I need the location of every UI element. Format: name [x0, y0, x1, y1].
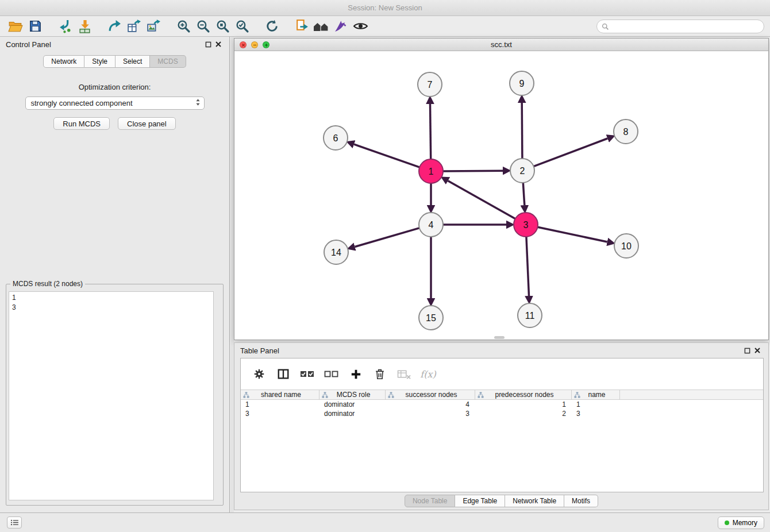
first-neighbors-button[interactable] [311, 18, 331, 35]
close-icon [754, 348, 760, 353]
graph-edge-1-6[interactable] [354, 144, 419, 167]
mcds-result-text[interactable]: 1 3 [9, 291, 214, 500]
zoom-out-button[interactable] [193, 18, 213, 35]
share-document-icon [295, 19, 309, 33]
window-minimize-button[interactable] [251, 41, 258, 48]
window-close-button[interactable] [240, 41, 247, 48]
memory-button[interactable]: Memory [718, 516, 764, 529]
export-network-button[interactable] [105, 18, 124, 35]
tab-motifs[interactable]: Motifs [564, 495, 598, 507]
table-settings-button[interactable] [250, 365, 268, 383]
import-network-icon [58, 19, 72, 33]
attribute-icon [388, 392, 394, 398]
criterion-selected-value: strongly connected component [31, 99, 133, 107]
float-panel-button[interactable] [203, 39, 213, 49]
tab-node-table[interactable]: Node Table [405, 495, 456, 507]
graph-node-label: 11 [525, 311, 535, 321]
horizontal-scrollbar-thumb[interactable] [494, 336, 505, 339]
float-table-panel-button[interactable] [742, 345, 752, 356]
search-input[interactable] [596, 20, 764, 33]
trash-icon [374, 368, 386, 380]
show-hide-button[interactable] [351, 18, 370, 35]
tab-style[interactable]: Style [84, 55, 116, 68]
graph-edge-2-8[interactable] [534, 138, 608, 167]
graph-node-11[interactable]: 11 [518, 303, 542, 327]
export-table-icon [127, 19, 141, 33]
graph-edge-4-14[interactable] [355, 228, 419, 247]
share-document-button[interactable] [292, 18, 311, 35]
graph-edge-3-1[interactable] [448, 181, 515, 219]
clear-selection-button[interactable] [322, 365, 341, 383]
add-column-button[interactable] [346, 365, 365, 383]
table-panel-title: Table Panel [240, 346, 279, 355]
refresh-view-button[interactable] [262, 18, 282, 35]
tab-network[interactable]: Network [43, 55, 84, 68]
zoom-fit-button[interactable] [213, 18, 232, 35]
column-layout-icon [277, 368, 290, 380]
mcds-result-group: MCDS result (2 nodes) 1 3 [6, 284, 224, 506]
delete-row-button[interactable] [371, 365, 389, 383]
graph-node-15[interactable]: 15 [419, 306, 443, 330]
export-image-button[interactable] [144, 18, 163, 35]
control-panel-header: Control Panel [0, 37, 229, 52]
graph-edge-2-9[interactable] [522, 103, 522, 159]
graph-edge-3-11[interactable] [526, 237, 529, 296]
network-graph[interactable]: 7968124314101511 [234, 51, 768, 340]
graph-node-8[interactable]: 8 [614, 119, 638, 144]
zoom-selected-button[interactable] [232, 18, 252, 35]
column-header-name[interactable]: name [572, 390, 620, 399]
delete-column-button[interactable] [395, 365, 413, 383]
tab-network-table[interactable]: Network Table [505, 495, 564, 507]
window-zoom-button[interactable] [263, 41, 270, 48]
graph-node-7[interactable]: 7 [418, 72, 442, 97]
tab-mcds[interactable]: MCDS [150, 55, 186, 68]
graph-node-3[interactable]: 3 [514, 213, 538, 237]
refresh-icon [265, 19, 279, 33]
graph-node-label: 3 [523, 220, 529, 230]
control-panel: Control Panel NetworkStyleSelectMCDS Opt… [0, 37, 230, 512]
network-window-titlebar[interactable]: scc.txt [234, 38, 768, 51]
import-table-button[interactable] [75, 18, 94, 35]
style-wand-icon [334, 19, 348, 33]
column-header-predecessor-nodes[interactable]: predecessor nodes [475, 390, 572, 399]
column-header-mcds-role[interactable]: MCDS role [319, 390, 386, 399]
graph-node-4[interactable]: 4 [419, 213, 443, 237]
optimization-criterion-select[interactable]: strongly connected component [25, 97, 205, 110]
graph-edge-2-3[interactable] [523, 183, 525, 205]
column-header-shared-name[interactable]: shared name [241, 390, 319, 399]
table-row[interactable]: 1dominator411 [241, 400, 763, 409]
table-row[interactable]: 3dominator323 [241, 409, 763, 418]
close-panel-button[interactable]: Close panel [118, 117, 176, 130]
tab-edge-table[interactable]: Edge Table [455, 495, 505, 507]
graph-node-label: 2 [520, 166, 525, 176]
close-icon [241, 43, 245, 47]
zoom-in-icon [176, 19, 191, 33]
import-network-button[interactable] [55, 18, 75, 35]
save-session-button[interactable] [25, 18, 45, 35]
column-header-successor-nodes[interactable]: successor nodes [386, 390, 475, 399]
export-image-icon [147, 19, 161, 33]
graph-node-label: 7 [428, 80, 433, 90]
float-window-icon [744, 348, 750, 354]
task-history-button[interactable] [7, 516, 22, 529]
graph-edge-1-7[interactable] [430, 104, 431, 159]
select-all-button[interactable] [298, 365, 317, 383]
export-table-button[interactable] [124, 18, 144, 35]
show-columns-button[interactable] [274, 365, 292, 383]
graph-node-10[interactable]: 10 [614, 234, 638, 258]
zoom-in-button[interactable] [174, 18, 193, 35]
close-table-panel-button[interactable] [752, 345, 763, 356]
graph-edge-3-10[interactable] [538, 227, 607, 242]
graph-node-2[interactable]: 2 [510, 159, 534, 183]
run-mcds-button[interactable]: Run MCDS [53, 117, 110, 130]
open-session-button[interactable] [6, 18, 25, 35]
graph-node-14[interactable]: 14 [324, 240, 348, 264]
graph-edge-1-2[interactable] [443, 171, 503, 171]
apply-function-button[interactable]: f(x) [419, 365, 437, 383]
tab-select[interactable]: Select [116, 55, 150, 68]
style-wand-button[interactable] [331, 18, 351, 35]
close-control-panel-button[interactable] [213, 39, 224, 49]
graph-node-6[interactable]: 6 [324, 126, 348, 150]
graph-node-9[interactable]: 9 [510, 71, 534, 95]
graph-node-1[interactable]: 1 [419, 159, 443, 183]
